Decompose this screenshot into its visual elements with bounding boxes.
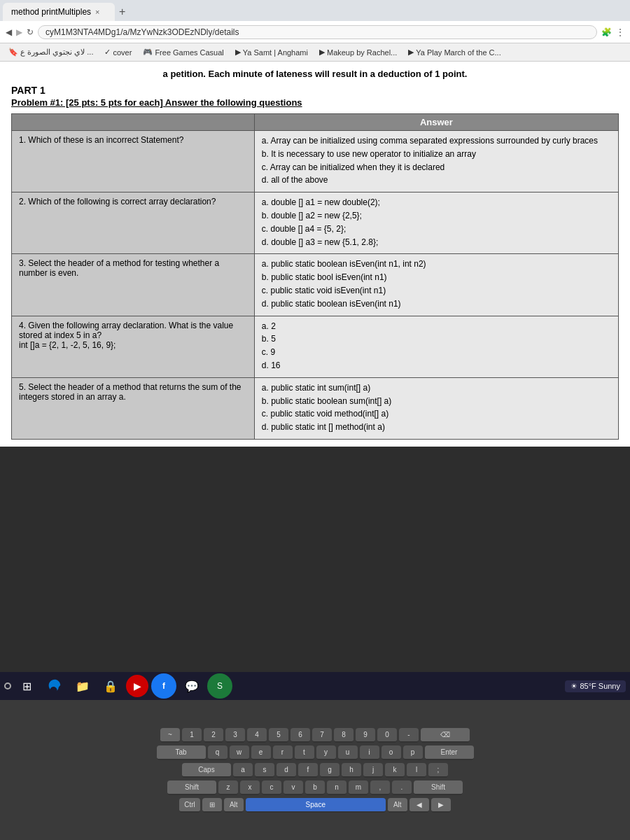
key-right-arrow[interactable]: ▶ (431, 798, 451, 813)
key-comma[interactable]: , (370, 780, 390, 795)
bookmark-arabic[interactable]: 🔖 لاي نجتوي الصورة ع ... (6, 47, 96, 57)
taskbar-edge-icon[interactable] (42, 673, 67, 699)
key-8[interactable]: 8 (334, 728, 354, 743)
key-s[interactable]: s (255, 763, 274, 778)
key-4[interactable]: 4 (247, 728, 267, 743)
browser-tab[interactable]: method printMultiples × (3, 3, 115, 21)
key-z[interactable]: z (218, 780, 238, 795)
key-tilde[interactable]: ~ (160, 728, 180, 743)
key-c[interactable]: c (262, 780, 281, 795)
question-2-text: 2. Which of the following is correct arr… (19, 197, 216, 206)
bookmark-arabic-label: 🔖 لاي نجتوي الصورة ع ... (8, 48, 93, 57)
answer-4a: a. 2 (262, 321, 611, 332)
taskbar-lock-icon[interactable]: 🔒 (98, 673, 123, 699)
key-7[interactable]: 7 (312, 728, 332, 743)
key-caps[interactable]: Caps (182, 763, 231, 778)
key-tab[interactable]: Tab (157, 746, 206, 760)
key-y[interactable]: y (316, 746, 336, 760)
back-icon[interactable]: ◀ (6, 27, 12, 37)
key-f[interactable]: f (298, 763, 318, 778)
bookmark-games[interactable]: 🎮 Free Games Casual (140, 47, 226, 57)
key-shift-left[interactable]: Shift (167, 780, 216, 795)
key-m[interactable]: m (349, 780, 368, 795)
new-tab-button[interactable]: + (115, 4, 130, 20)
key-backspace[interactable]: ⌫ (421, 728, 470, 743)
key-l[interactable]: l (407, 763, 426, 778)
key-q[interactable]: q (208, 746, 227, 760)
key-2[interactable]: 2 (204, 728, 223, 743)
question-col-header (12, 114, 255, 131)
key-alt[interactable]: Alt (224, 798, 244, 813)
question-1-cell: 1. Which of these is an incorrect Statem… (12, 131, 255, 192)
key-win[interactable]: ⊞ (202, 798, 222, 813)
key-x[interactable]: x (240, 780, 260, 795)
forward-icon[interactable]: ▶ (16, 27, 22, 37)
bookmark-cover[interactable]: ✓ cover (102, 47, 134, 57)
key-1[interactable]: 1 (182, 728, 202, 743)
answer-1d: d. all of the above (262, 174, 611, 186)
taskbar-shield-icon[interactable]: S (207, 673, 232, 699)
key-e[interactable]: e (251, 746, 271, 760)
url-bar[interactable]: cyM1M3NTA4MDg1/a/MzYwNzk3ODEzNDly/detail… (38, 25, 597, 39)
bookmark-makeup[interactable]: ▶ Makeup by Rachel... (316, 47, 400, 57)
answer-2c: c. double [] a4 = {5, 2}; (262, 223, 611, 235)
taskbar: ⊞ 📁 🔒 ▶ f 💬 S ☀ 85°F Sunny (0, 672, 630, 700)
question-5-cell: 5. Select the header of a method that re… (12, 377, 255, 439)
taskbar-discord-icon[interactable]: 💬 (179, 673, 204, 699)
key-0[interactable]: 0 (377, 728, 397, 743)
reload-icon[interactable]: ↻ (27, 27, 34, 37)
key-6[interactable]: 6 (290, 728, 310, 743)
key-b[interactable]: b (305, 780, 325, 795)
key-enter[interactable]: Enter (425, 746, 474, 760)
key-minus[interactable]: - (399, 728, 419, 743)
key-alt-right[interactable]: Alt (388, 798, 407, 813)
key-r[interactable]: r (273, 746, 293, 760)
answer-4b: b. 5 (262, 333, 611, 345)
taskbar-grid-icon[interactable]: ⊞ (14, 673, 39, 699)
bookmark-cover-label: cover (113, 48, 132, 57)
tab-close-button[interactable]: × (95, 8, 99, 16)
bookmark-games-label: Free Games Casual (155, 48, 223, 57)
bookmark-ya-samt[interactable]: ▶ Ya Samt | Anghami (232, 47, 311, 57)
key-9[interactable]: 9 (356, 728, 375, 743)
key-j[interactable]: j (363, 763, 383, 778)
key-h[interactable]: h (342, 763, 361, 778)
key-g[interactable]: g (320, 763, 340, 778)
key-3[interactable]: 3 (225, 728, 245, 743)
bookmark-ya-play-label: Ya Play March of the C... (416, 48, 500, 57)
key-n[interactable]: n (327, 780, 346, 795)
question-3-cell: 3. Select the header of a method for tes… (12, 254, 255, 316)
key-5[interactable]: 5 (269, 728, 288, 743)
key-shift-right[interactable]: Shift (414, 780, 463, 795)
key-o[interactable]: o (382, 746, 401, 760)
extensions-icon[interactable]: 🧩 (601, 27, 612, 37)
key-t[interactable]: t (295, 746, 314, 760)
key-i[interactable]: i (360, 746, 379, 760)
key-u[interactable]: u (338, 746, 358, 760)
space-key-row: Ctrl ⊞ Alt Space Alt ◀ ▶ (179, 798, 451, 813)
key-space[interactable]: Space (246, 798, 386, 813)
key-ctrl[interactable]: Ctrl (179, 798, 200, 813)
answer-2b: b. double [] a2 = new {2,5}; (262, 210, 611, 222)
key-semicolon[interactable]: ; (428, 763, 448, 778)
key-d[interactable]: d (276, 763, 296, 778)
taskbar-facebook-icon[interactable]: f (151, 673, 176, 699)
key-k[interactable]: k (385, 763, 405, 778)
key-a[interactable]: a (233, 763, 253, 778)
question-2-cell: 2. Which of the following is correct arr… (12, 192, 255, 254)
key-period[interactable]: . (392, 780, 412, 795)
menu-icon[interactable]: ⋮ (616, 27, 624, 37)
start-circle-icon[interactable] (4, 682, 11, 690)
key-left-arrow[interactable]: ◀ (410, 798, 429, 813)
bookmark-games-icon: 🎮 (143, 48, 153, 57)
key-v[interactable]: v (284, 780, 303, 795)
answer-1b: b. It is necessary to use new operator t… (262, 148, 611, 160)
bookmark-cover-icon: ✓ (104, 48, 111, 57)
key-p[interactable]: p (403, 746, 423, 760)
bookmarks-bar: 🔖 لاي نجتوي الصورة ع ... ✓ cover 🎮 Free … (0, 43, 630, 62)
taskbar-play-icon[interactable]: ▶ (126, 675, 148, 697)
taskbar-folder-icon[interactable]: 📁 (70, 673, 95, 699)
bookmark-ya-play[interactable]: ▶ Ya Play March of the C... (405, 47, 503, 57)
table-row: 3. Select the header of a method for tes… (12, 254, 619, 316)
key-w[interactable]: w (230, 746, 249, 760)
